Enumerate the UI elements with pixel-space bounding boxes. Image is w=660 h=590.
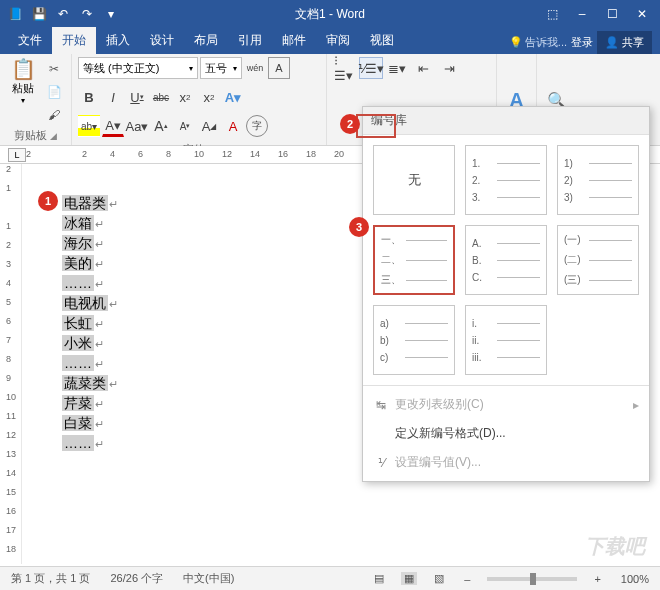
numbering-button[interactable]: ⅟☰▾ [359,57,383,79]
redo-button[interactable]: ↷ [76,3,98,25]
share-button[interactable]: 👤 共享 [597,31,652,54]
login-link[interactable]: 登录 [571,35,593,50]
read-mode-button[interactable]: ▤ [371,572,387,585]
close-button[interactable]: ✕ [628,3,656,25]
strikethrough-button[interactable]: abc [150,86,172,108]
numbering-style-3[interactable]: A.B.C. [465,225,547,295]
bullets-button[interactable]: ⁝☰▾ [333,57,357,79]
tab-review[interactable]: 审阅 [316,27,360,54]
tab-references[interactable]: 引用 [228,27,272,54]
shrink-font-button[interactable]: A▾ [174,115,196,137]
numbering-style-none[interactable]: 无 [373,145,455,215]
numbering-style-5[interactable]: a)b)c) [373,305,455,375]
cut-button[interactable]: ✂ [44,59,64,79]
set-number-value-menuitem: ⅟设置编号值(V)... [363,448,649,477]
decrease-indent-button[interactable]: ⇤ [411,57,435,79]
multilevel-button[interactable]: ≣▾ [385,57,409,79]
numbering-style-1[interactable]: 1)2)3) [557,145,639,215]
phonetic-guide-button[interactable]: wén [244,57,266,79]
ribbon-display-button[interactable]: ⬚ [538,3,566,25]
zoom-level[interactable]: 100% [618,573,652,585]
change-case-button[interactable]: A◢ [198,115,220,137]
paste-button[interactable]: 📋 粘贴 ▾ [6,57,40,105]
bold-button[interactable]: B [78,86,100,108]
save-button[interactable]: 💾 [28,3,50,25]
annotation-badge-3: 3 [349,217,369,237]
clipboard-group-label: 剪贴板 [14,128,47,143]
zoom-out-button[interactable]: – [461,573,473,585]
qat-more-button[interactable]: ▾ [100,3,122,25]
increase-indent-button[interactable]: ⇥ [437,57,461,79]
clipboard-launcher[interactable]: ◢ [50,131,57,141]
font-color-button[interactable]: A▾ [102,115,124,137]
enclose-char-button[interactable]: 字 [246,115,268,137]
numbering-style-6[interactable]: i.ii.iii. [465,305,547,375]
web-layout-button[interactable]: ▧ [431,572,447,585]
tab-layout[interactable]: 布局 [184,27,228,54]
text-effects-button[interactable]: A▾ [222,86,244,108]
maximize-button[interactable]: ☐ [598,3,626,25]
status-bar: 第 1 页，共 1 页 26/26 个字 中文(中国) ▤ ▦ ▧ – + 10… [0,566,660,590]
highlight-button[interactable]: ab▾ [78,115,100,137]
char-shading-button[interactable]: Aa▾ [126,115,148,137]
italic-button[interactable]: I [102,86,124,108]
zoom-slider[interactable] [487,577,577,581]
print-layout-button[interactable]: ▦ [401,572,417,585]
word-app-icon: 📘 [4,3,26,25]
tab-file[interactable]: 文件 [8,27,52,54]
tab-insert[interactable]: 插入 [96,27,140,54]
change-list-level-menuitem: ↹更改列表级别(C)▸ [363,390,649,419]
define-new-format-menuitem[interactable]: 定义新编号格式(D)... [363,419,649,448]
numbering-style-2[interactable]: 一、二、三、 [373,225,455,295]
tab-mailings[interactable]: 邮件 [272,27,316,54]
tab-design[interactable]: 设计 [140,27,184,54]
tab-selector[interactable]: L [8,148,26,162]
language-indicator[interactable]: 中文(中国) [180,571,237,586]
zoom-in-button[interactable]: + [591,573,603,585]
undo-button[interactable]: ↶ [52,3,74,25]
tab-home[interactable]: 开始 [52,27,96,54]
page-indicator[interactable]: 第 1 页，共 1 页 [8,571,93,586]
word-count[interactable]: 26/26 个字 [107,571,166,586]
copy-button[interactable]: 📄 [44,82,64,102]
underline-button[interactable]: U ▾ [126,86,148,108]
window-title: 文档1 - Word [122,6,538,23]
tell-me-search[interactable]: 💡 告诉我... [509,35,567,50]
numbering-dropdown: 编号库 3 无1.2.3.1)2)3)一、二、三、A.B.C.(一)(二)(三)… [362,106,650,482]
annotation-badge-1: 1 [38,191,58,211]
clear-formatting-button[interactable]: A [222,115,244,137]
numbering-library-header: 编号库 [363,107,649,135]
subscript-button[interactable]: x2 [174,86,196,108]
char-border-button[interactable]: A [268,57,290,79]
font-name-combo[interactable]: 等线 (中文正文)▾ [78,57,198,79]
format-painter-button[interactable]: 🖌 [44,105,64,125]
vertical-ruler[interactable]: 21123456789101112131415161718 [0,164,22,564]
numbering-style-0[interactable]: 1.2.3. [465,145,547,215]
tab-view[interactable]: 视图 [360,27,404,54]
minimize-button[interactable]: – [568,3,596,25]
numbering-style-4[interactable]: (一)(二)(三) [557,225,639,295]
font-size-combo[interactable]: 五号▾ [200,57,242,79]
annotation-badge-2: 2 [340,114,360,134]
superscript-button[interactable]: x2 [198,86,220,108]
grow-font-button[interactable]: A▴ [150,115,172,137]
